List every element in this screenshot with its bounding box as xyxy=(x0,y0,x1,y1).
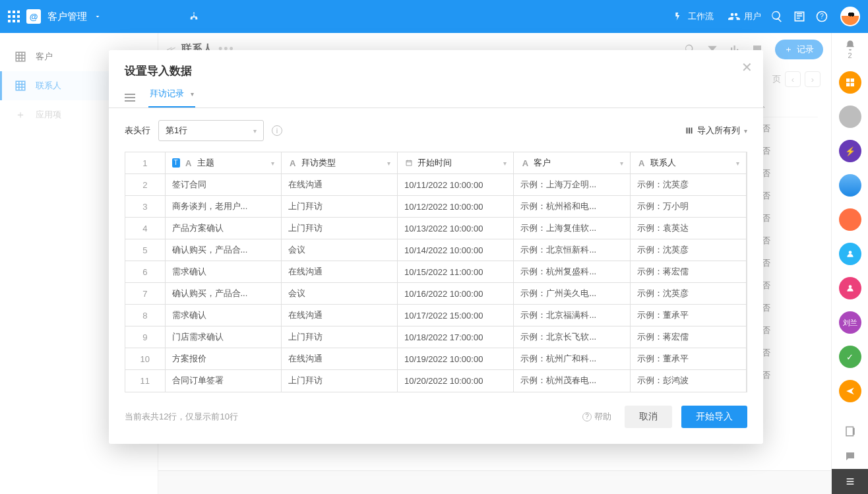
table-row: 9门店需求确认上门拜访10/18/2022 17:00:00示例：北京长飞软..… xyxy=(125,326,747,348)
cell: 在线沟通 xyxy=(281,261,397,283)
prev-page[interactable]: ‹ xyxy=(785,71,801,87)
cancel-button[interactable]: 取消 xyxy=(625,406,672,428)
search-icon[interactable] xyxy=(770,10,784,23)
cell: 示例：袁英达 xyxy=(630,218,746,239)
import-all-columns[interactable]: 导入所有列 ▾ xyxy=(685,125,747,137)
table-row: 4产品方案确认上门拜访10/13/2022 10:00:00示例：上海复佳软..… xyxy=(125,218,747,239)
rail-dot-blue[interactable] xyxy=(839,174,861,197)
row-number: 10 xyxy=(125,348,165,370)
cell: 示例：北京恒新科... xyxy=(514,239,630,261)
help-link[interactable]: ? 帮助 xyxy=(582,411,611,423)
app-logo-icon: @ xyxy=(26,9,41,24)
type-icon xyxy=(404,159,414,167)
rail-collapse-icon[interactable] xyxy=(832,469,869,494)
rail-dot-purple[interactable]: ⚡ xyxy=(839,140,861,162)
app-badge-orange[interactable] xyxy=(839,71,861,94)
rail-dot-green[interactable]: ✓ xyxy=(839,346,861,368)
table-row: 2签订合同在线沟通10/11/2022 10:00:00示例：上海万企明...示… xyxy=(125,174,747,196)
type-icon: A xyxy=(637,158,646,168)
cell: 确认购买，产品合... xyxy=(165,239,281,261)
workflow-button[interactable]: 工作流 xyxy=(673,11,714,22)
cell: 10/12/2022 10:00:00 xyxy=(398,196,514,218)
close-icon[interactable]: ✕ xyxy=(741,59,753,75)
col-header[interactable]: A拜访类型▾ xyxy=(281,152,397,174)
rail-chat-icon[interactable] xyxy=(832,444,869,469)
notification-button[interactable]: 2 xyxy=(844,40,856,59)
cell: 示例：杭州复盛科... xyxy=(514,261,630,283)
chevron-down-icon[interactable] xyxy=(94,13,102,20)
user-avatar[interactable] xyxy=(840,7,860,26)
header-row-select[interactable]: 第1行 ▾ xyxy=(158,120,264,141)
new-record-button[interactable]: ＋ 记录 xyxy=(775,40,823,59)
workflow-label: 工作流 xyxy=(688,11,714,22)
cell: 在线沟通 xyxy=(281,305,397,326)
cell: 示例：蒋宏儒 xyxy=(630,261,746,283)
chevron-down-icon[interactable]: ▾ xyxy=(387,160,390,167)
type-icon: A xyxy=(184,158,193,168)
cell: 需求确认 xyxy=(165,261,281,283)
rail-contacts-icon[interactable] xyxy=(832,419,869,444)
help-label: 帮助 xyxy=(594,411,611,423)
cell: 合同订单签署 xyxy=(165,370,281,392)
import-all-label: 导入所有列 xyxy=(697,125,740,137)
page-suffix: 页 xyxy=(772,73,781,85)
row-number: 5 xyxy=(125,239,165,261)
col-header[interactable]: 开始时间▾ xyxy=(398,152,514,174)
col-header[interactable]: A联系人▾ xyxy=(630,152,746,174)
table-row: 8需求确认在线沟通10/17/2022 15:00:00示例：北京福满科...示… xyxy=(125,305,747,326)
rail-dot-teal[interactable] xyxy=(839,243,861,265)
chevron-down-icon[interactable]: ▾ xyxy=(620,160,623,167)
svg-text:?: ? xyxy=(820,13,824,20)
cell: 产品方案确认 xyxy=(165,218,281,239)
cell: 示例：董承平 xyxy=(630,348,746,370)
table-row: 10方案报价在线沟通10/19/2022 10:00:00示例：杭州广和科...… xyxy=(125,348,747,370)
row-number: 6 xyxy=(125,261,165,283)
apps-launcher-icon[interactable] xyxy=(8,11,20,22)
modal-title: 设置导入数据 xyxy=(125,63,747,78)
sitemap-icon[interactable] xyxy=(187,10,201,23)
col-header[interactable]: TA主题▾ xyxy=(165,152,281,174)
rail-dot-pink[interactable] xyxy=(839,277,861,299)
col-label: 主题 xyxy=(197,157,214,169)
rail-dot-grey[interactable] xyxy=(839,106,861,128)
col-header[interactable]: A客户▾ xyxy=(514,152,630,174)
header-row-value: 第1行 xyxy=(166,125,187,137)
col-label: 客户 xyxy=(534,157,551,169)
bottom-strip xyxy=(158,470,831,494)
header-row-label: 表头行 xyxy=(125,125,150,137)
nav-label-customers: 客户 xyxy=(36,51,53,63)
row-number: 4 xyxy=(125,218,165,239)
rail-dot-orange2[interactable] xyxy=(839,380,861,402)
cell: 示例：蒋宏儒 xyxy=(630,326,746,348)
cell: 10/19/2022 10:00:00 xyxy=(398,348,514,370)
confirm-button[interactable]: 开始导入 xyxy=(681,406,747,428)
row-number: 9 xyxy=(125,326,165,348)
chevron-down-icon[interactable]: ▾ xyxy=(191,90,194,98)
cell: 签订合同 xyxy=(165,174,281,196)
next-page[interactable]: › xyxy=(805,71,821,87)
cell: 10/11/2022 10:00:00 xyxy=(398,174,514,196)
chevron-down-icon[interactable]: ▾ xyxy=(503,160,507,167)
cell: 示例：杭州广和科... xyxy=(514,348,630,370)
cell: 商务谈判，老用户... xyxy=(165,196,281,218)
row-number: 11 xyxy=(125,370,165,392)
rail-dot-red[interactable] xyxy=(839,208,861,231)
cell: 示例：沈英彦 xyxy=(630,283,746,305)
tab-visit-record[interactable]: 拜访记录 ▾ xyxy=(148,88,195,108)
users-button[interactable]: 用户 xyxy=(728,11,761,22)
cell: 在线沟通 xyxy=(281,174,397,196)
chevron-down-icon[interactable]: ▾ xyxy=(736,160,739,167)
import-modal: 设置导入数据 ✕ 拜访记录 ▾ 表头行 第1行 ▾ i 导入所有列 ▾ 1TA主… xyxy=(109,50,763,444)
cell: 示例：董承平 xyxy=(630,305,746,326)
rail-dot-name[interactable]: 刘兰 xyxy=(839,311,861,334)
cell: 示例：沈英彦 xyxy=(630,239,746,261)
library-icon[interactable] xyxy=(793,10,806,23)
chevron-down-icon[interactable]: ▾ xyxy=(271,160,274,167)
info-icon[interactable]: i xyxy=(272,125,282,136)
cell: 示例：沈英彦 xyxy=(630,174,746,196)
help-icon[interactable]: ? xyxy=(815,10,828,23)
sheet-menu-icon[interactable] xyxy=(125,94,135,102)
cell: 示例：广州美久电... xyxy=(514,283,630,305)
cell: 示例：万小明 xyxy=(630,196,746,218)
users-label: 用户 xyxy=(744,11,761,22)
